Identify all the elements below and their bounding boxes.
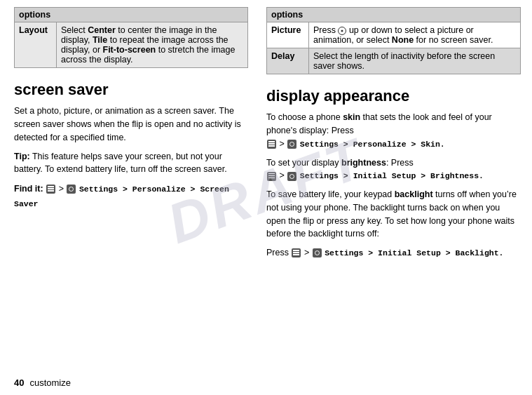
display-para1: To choose a phone skin that sets the loo… [266, 111, 521, 150]
picture-label: Picture [267, 22, 309, 48]
settings-icon-left [67, 185, 76, 194]
backlight-path: Settings > Initial Setup > Backlight. [325, 248, 503, 257]
display-para2: To set your display brightness: Press > … [266, 156, 521, 183]
find-path-text: > [59, 184, 67, 194]
screen-saver-body: Set a photo, picture, or animation as a … [14, 105, 248, 144]
delay-label: Delay [267, 48, 309, 74]
right-column: options Picture Press up or down to sele… [259, 7, 532, 395]
find-it-text: Find it: > Settings > Personalize > Scre… [14, 182, 248, 210]
backlight-bold: backlight [395, 189, 433, 199]
display-para3: To save battery life, your keypad backli… [266, 188, 521, 241]
brightness-path: Settings > Initial Setup > Brightness. [300, 171, 484, 180]
table-row: Layout Select Center to center the image… [15, 22, 248, 68]
tip-text: Tip: This feature helps save your screen… [14, 150, 248, 177]
settings-icon-r2 [287, 172, 296, 181]
menu-icon-left [46, 185, 55, 194]
page-number: 40 [14, 377, 24, 388]
display-para4: Press > Settings > Initial Setup > Backl… [266, 246, 521, 260]
settings-icon-r1 [287, 140, 296, 149]
tip-label: Tip: [14, 152, 30, 161]
page-footer: 40 customize [14, 377, 71, 388]
picture-content: Press up or down to select a picture or … [309, 22, 521, 48]
left-options-table: options Layout Select Center to center t… [14, 7, 248, 68]
skin-path: Settings > Personalize > Skin. [300, 140, 445, 149]
delay-content: Select the length of inactivity before t… [309, 48, 521, 74]
layout-content: Select Center to center the image in the… [57, 22, 248, 68]
tip-body: This feature helps save your screen, but… [14, 152, 227, 175]
layout-label: Layout [15, 22, 57, 68]
menu-icon-r2 [267, 172, 276, 181]
left-table-header: options [15, 8, 248, 22]
find-label: Find it: [14, 184, 43, 194]
picture-row: Picture Press up or down to select a pic… [267, 22, 521, 48]
screen-saver-title: screen saver [14, 81, 248, 99]
settings-icon-r3 [313, 248, 322, 257]
footer-label: customize [29, 377, 71, 388]
menu-icon-r3 [292, 248, 301, 257]
display-appearance-title: display appearance [266, 87, 521, 105]
brightness-bold: brightness [341, 158, 386, 168]
right-options-table: options Picture Press up or down to sele… [266, 7, 521, 74]
menu-icon-r1 [267, 140, 276, 149]
left-column: options Layout Select Center to center t… [0, 7, 259, 395]
skin-bold: skin [343, 112, 360, 122]
right-table-header: options [267, 8, 521, 22]
page-container: options Layout Select Center to center t… [0, 0, 532, 395]
delay-row: Delay Select the length of inactivity be… [267, 48, 521, 74]
